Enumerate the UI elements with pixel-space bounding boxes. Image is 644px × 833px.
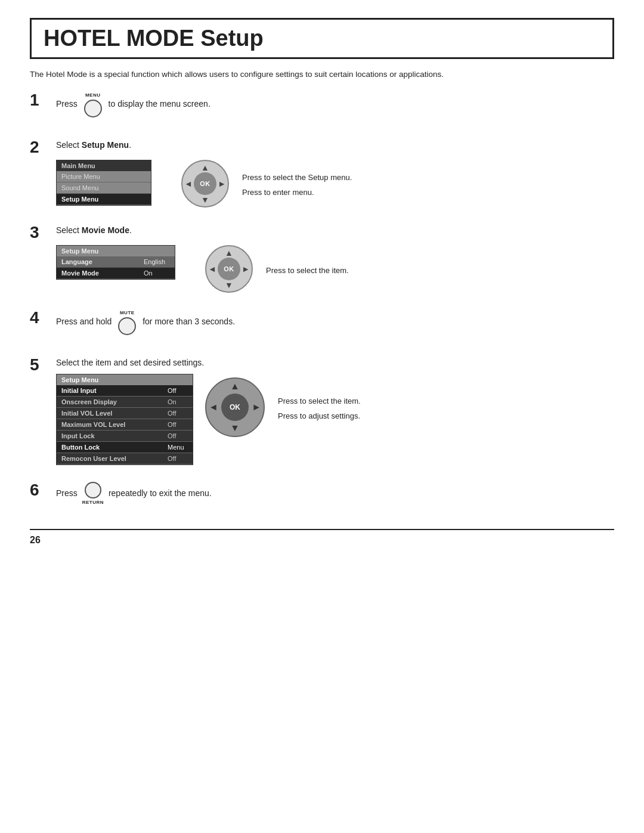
s5-label-5: Button Lock [57, 442, 163, 453]
step-3-pre: Select [56, 225, 82, 235]
menu-item-sound: Sound Menu [57, 182, 151, 194]
main-menu-screenshot: Main Menu Picture Menu Sound Menu Setup … [56, 160, 151, 206]
s5-value-1: On [163, 397, 193, 407]
step-1: 1 Press MENU to display the menu screen. [30, 92, 614, 122]
s5-label-4: Input Lock [57, 431, 163, 441]
up-arrow-2: ▲ [201, 163, 209, 172]
step-2-content: Select Setup Menu. Main Menu Picture Men… [56, 139, 614, 208]
return-button-circle[interactable] [85, 482, 101, 498]
left-arrow-3: ◄ [208, 264, 216, 274]
step-2-ok-diagram: ▲ ▼ ◄ ► OK Press to select the Setup men… [163, 156, 352, 208]
ok-outer-big: ▲ ▼ ◄ ► OK [205, 377, 265, 437]
page-footer: 26 [30, 529, 614, 546]
mute-button-circle[interactable] [118, 317, 136, 335]
intro-text: The Hotel Mode is a special function whi… [30, 70, 614, 79]
setup-language-value: English [139, 256, 175, 267]
s5-value-3: Off [163, 419, 193, 430]
step-5-notes: Press to select the item. Press to adjus… [278, 397, 361, 420]
step5-row-initial-input: Initial Input Off [57, 385, 193, 397]
ok-small-2: ▲ ▼ ◄ ► OK [181, 160, 229, 208]
s5-label-1: Onscreen Display [57, 397, 163, 407]
setup-menu-screenshot-5: Setup Menu Initial Input Off Onscreen Di… [56, 374, 193, 465]
return-btn-label-below: RETURN [82, 499, 104, 506]
step-2-notes: Press to select the Setup menu. Press to… [242, 173, 352, 197]
step-3-diagram: Setup Menu Language English Movie Mode O… [56, 241, 614, 293]
right-arrow-3: ► [242, 264, 250, 274]
step-1-pre: Press [56, 99, 78, 109]
step-5-content: Select the item and set desired settings… [56, 357, 614, 465]
step-3-content: Select Movie Mode. Setup Menu Language E… [56, 224, 614, 293]
step-3-note-1: Press to select the item. [266, 266, 349, 275]
step-3: 3 Select Movie Mode. Setup Menu Language… [30, 224, 614, 293]
ok-big-5: ▲ ▼ ◄ ► OK [205, 377, 265, 437]
step-4-content: Press and hold MUTE for more than 3 seco… [56, 309, 614, 340]
step-4-post: for more than 3 seconds. [143, 317, 235, 326]
menu-item-setup: Setup Menu [57, 194, 151, 205]
ok-inner-big[interactable]: OK [221, 394, 249, 421]
return-button-wrapper: RETURN [82, 482, 104, 506]
step-number-4: 4 [30, 309, 51, 326]
step-number-5: 5 [30, 357, 51, 373]
menu-button-wrapper: MENU [82, 92, 104, 117]
setup-menu-screenshot-3: Setup Menu Language English Movie Mode O… [56, 245, 175, 280]
step-number-3: 3 [30, 224, 51, 241]
step-3-notes: Press to select the item. [266, 266, 349, 275]
s5-value-5: Menu [163, 442, 193, 453]
step-4-label: Press and hold MUTE for more than 3 seco… [56, 309, 614, 335]
step5-row-max-vol: Maximum VOL Level Off [57, 419, 193, 431]
s5-label-6: Remocon User Level [57, 453, 163, 464]
step-2-pre: Select [56, 140, 82, 150]
ok-inner-2[interactable]: OK [194, 172, 216, 195]
step-5: 5 Select the item and set desired settin… [30, 357, 614, 465]
step-number-6: 6 [30, 482, 51, 498]
step5-setup-header: Setup Menu [57, 374, 193, 385]
setup-movie-label: Movie Mode [57, 268, 139, 278]
setup-menu-header-3: Setup Menu [57, 246, 175, 256]
menu-button-circle[interactable] [84, 100, 102, 117]
down-arrow-5: ▼ [230, 423, 240, 433]
step-6-post: repeatedly to exit the menu. [109, 488, 212, 498]
step-6-content: Press RETURN repeatedly to exit the menu… [56, 482, 614, 511]
ok-outer-3: ▲ ▼ ◄ ► OK [205, 245, 253, 293]
s5-value-2: Off [163, 408, 193, 419]
left-arrow-2: ◄ [184, 179, 193, 188]
main-menu-header: Main Menu [57, 160, 151, 171]
menu-btn-label-above: MENU [85, 92, 101, 99]
step-2-post: . [129, 140, 131, 150]
mute-btn-label-above: MUTE [120, 309, 135, 317]
step-6-pre: Press [56, 488, 78, 498]
setup-movie-value: On [139, 268, 175, 278]
step-4: 4 Press and hold MUTE for more than 3 se… [30, 309, 614, 340]
step-3-ok-diagram: ▲ ▼ ◄ ► OK Press to select the item. [187, 241, 349, 293]
step-5-ok-diagram: ▲ ▼ ◄ ► OK Press to select the item. Pre… [205, 374, 361, 437]
step-1-post: to display the menu screen. [109, 99, 210, 109]
step-number-2: 2 [30, 139, 51, 156]
step-4-pre: Press and hold [56, 317, 112, 326]
step-2-note-2: Press to enter menu. [242, 188, 352, 197]
step-1-label: Press MENU to display the menu screen. [56, 92, 614, 117]
s5-value-6: Off [163, 453, 193, 464]
page-number: 26 [30, 535, 41, 546]
step5-row-initial-vol: Initial VOL Level Off [57, 408, 193, 419]
right-arrow-2: ► [218, 179, 226, 188]
setup-language-label: Language [57, 256, 139, 267]
step-6-label: Press RETURN repeatedly to exit the menu… [56, 482, 614, 506]
step5-row-input-lock: Input Lock Off [57, 431, 193, 442]
step-2: 2 Select Setup Menu. Main Menu Picture M… [30, 139, 614, 208]
mute-button-wrapper: MUTE [116, 309, 138, 335]
step5-row-button-lock: Button Lock Menu [57, 442, 193, 453]
step5-row-onscreen: Onscreen Display On [57, 397, 193, 408]
ok-inner-3[interactable]: OK [218, 258, 240, 280]
step-5-note-1: Press to select the item. [278, 397, 361, 405]
s5-label-0: Initial Input [57, 385, 163, 396]
step-3-bold: Movie Mode [82, 225, 129, 235]
step5-row-remocon: Remocon User Level Off [57, 453, 193, 465]
step-2-note-1: Press to select the Setup menu. [242, 173, 352, 182]
step-5-diagram: Setup Menu Initial Input Off Onscreen Di… [56, 374, 614, 465]
down-arrow-3: ▼ [225, 280, 233, 290]
ok-outer-2: ▲ ▼ ◄ ► OK [181, 160, 229, 208]
s5-label-2: Initial VOL Level [57, 408, 163, 419]
up-arrow-3: ▲ [225, 248, 233, 258]
step-2-label: Select Setup Menu. [56, 139, 614, 151]
right-arrow-5: ► [252, 402, 261, 413]
